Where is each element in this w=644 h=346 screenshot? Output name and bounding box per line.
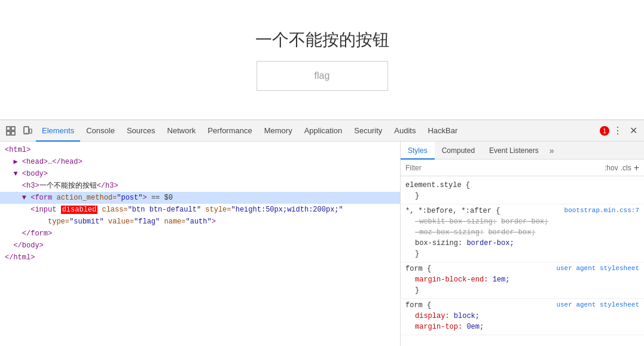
flag-button-text: flag	[315, 71, 330, 81]
css-prop-moz-box-sizing: -moz-box-sizing: border-box;	[405, 227, 639, 238]
close-devtools-icon[interactable]: ✕	[625, 123, 642, 139]
svg-rect-1	[11, 127, 15, 130]
devtools-panel: Elements Console Sources Network Perform…	[0, 120, 644, 346]
svg-point-6	[26, 132, 27, 133]
html-line-7[interactable]: type="submit" value="flag" name="auth">	[0, 216, 400, 228]
main-page: 一个不能按的按钮 flag	[0, 0, 644, 120]
flag-button-wrapper: flag	[257, 61, 388, 91]
html-line-5[interactable]: ▼ <form action_method="post"> == $0	[0, 192, 400, 204]
css-selector-form-2: form { user agent stylesheet	[405, 301, 639, 310]
more-options-icon[interactable]: ⋮	[611, 123, 625, 139]
html-line-3[interactable]: ▼ <body>	[0, 168, 400, 180]
hov-toggle[interactable]: :hov	[605, 164, 618, 172]
error-count: 1	[603, 127, 606, 134]
device-toolbar-icon[interactable]	[19, 123, 36, 139]
css-selector-element-style: element.style {	[405, 181, 639, 189]
tab-console[interactable]: Console	[80, 120, 121, 142]
css-source-user-agent-2: user agent stylesheet	[556, 301, 639, 308]
svg-rect-2	[7, 131, 10, 135]
css-rule-element-style: element.style { }	[401, 179, 644, 204]
css-prop-display: display: block;	[405, 311, 639, 321]
tab-memory[interactable]: Memory	[258, 120, 298, 142]
tab-sources[interactable]: Sources	[121, 120, 161, 142]
html-line-9[interactable]: </body>	[0, 240, 400, 252]
svg-rect-5	[29, 129, 32, 133]
elements-panel: <html> ▶ <head>…</head> ▼ <body> <h3>一个不…	[0, 142, 401, 346]
devtools-toolbar: Elements Console Sources Network Perform…	[0, 120, 644, 142]
tab-event-listeners[interactable]: Event Listeners	[482, 142, 546, 160]
styles-content: element.style { } *, *:before, *:after {…	[401, 176, 644, 346]
css-selector-form-1: form { user agent stylesheet	[405, 265, 639, 273]
cls-toggle[interactable]: .cls	[621, 164, 631, 172]
html-line-2[interactable]: ▶ <head>…</head>	[0, 156, 400, 168]
css-close-brace-1: }	[405, 191, 639, 201]
css-rule-form-1: form { user agent stylesheet margin-bloc…	[401, 262, 644, 299]
css-selector-universal: *, *:before, *:after { bootstrap.min.css…	[405, 207, 639, 215]
tab-hackbar[interactable]: HackBar	[422, 120, 463, 142]
error-badge: 1	[600, 126, 609, 136]
html-line-4[interactable]: <h3>一个不能按的按钮</h3>	[0, 180, 400, 192]
add-style-rule-icon[interactable]: +	[634, 163, 639, 173]
styles-tabs-more-icon[interactable]: »	[546, 142, 558, 160]
css-source-bootstrap[interactable]: bootstrap.min.css:7	[564, 207, 639, 214]
css-source-user-agent-1: user agent stylesheet	[556, 265, 639, 272]
tab-application[interactable]: Application	[298, 120, 349, 142]
css-rule-form-2: form { user agent stylesheet display: bl…	[401, 299, 644, 335]
tab-audits[interactable]: Audits	[388, 120, 422, 142]
tab-computed[interactable]: Computed	[435, 142, 482, 160]
css-prop-box-sizing: box-sizing: border-box;	[405, 238, 639, 249]
inspect-element-icon[interactable]	[2, 123, 19, 139]
tab-styles[interactable]: Styles	[401, 142, 435, 160]
css-rule-universal: *, *:before, *:after { bootstrap.min.css…	[401, 204, 644, 262]
html-line-8[interactable]: </form>	[0, 228, 400, 240]
css-prop-margin-block-end: margin-block-end: 1em;	[405, 274, 639, 285]
svg-rect-0	[7, 127, 10, 130]
tab-network[interactable]: Network	[161, 120, 202, 142]
styles-panel: Styles Computed Event Listeners » :hov .…	[401, 142, 644, 346]
styles-filter-bar: :hov .cls +	[401, 160, 644, 176]
tab-security[interactable]: Security	[348, 120, 388, 142]
html-line-6[interactable]: <input disabled class="btn btn-default" …	[0, 204, 400, 216]
css-close-brace-2: }	[405, 249, 639, 259]
styles-filter-input[interactable]	[405, 164, 602, 172]
css-prop-margin-top: margin-top: 0em;	[405, 321, 639, 332]
css-close-brace-3: }	[405, 285, 639, 296]
tab-elements[interactable]: Elements	[36, 120, 80, 142]
html-line-1[interactable]: <html>	[0, 144, 400, 156]
svg-rect-3	[11, 131, 15, 135]
styles-tabs: Styles Computed Event Listeners »	[401, 142, 644, 160]
html-line-10[interactable]: </html>	[0, 252, 400, 264]
tab-performance[interactable]: Performance	[202, 120, 258, 142]
devtools-body: <html> ▶ <head>…</head> ▼ <body> <h3>一个不…	[0, 142, 644, 346]
css-prop-webkit-box-sizing: -webkit-box-sizing: border-box;	[405, 216, 639, 227]
page-heading: 一个不能按的按钮	[255, 29, 389, 51]
